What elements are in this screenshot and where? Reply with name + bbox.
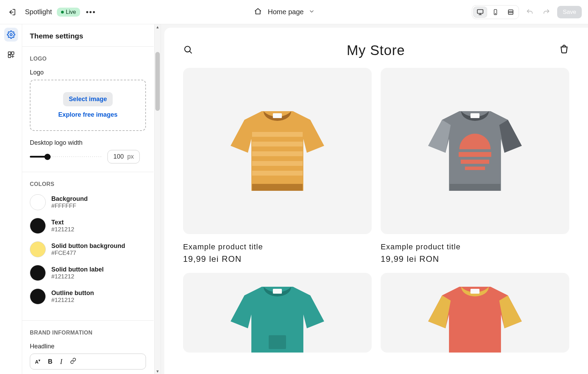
color-row[interactable]: Solid button label #121212: [30, 265, 146, 281]
color-hex: #FFFFFF: [51, 203, 88, 210]
svg-rect-10: [252, 132, 303, 137]
product-card[interactable]: [381, 273, 569, 353]
product-card[interactable]: [183, 273, 372, 353]
svg-rect-16: [470, 113, 479, 118]
svg-rect-3: [509, 10, 513, 14]
logo-field-label: Logo: [30, 69, 146, 76]
svg-rect-22: [470, 289, 479, 294]
product-image-placeholder: [381, 273, 569, 353]
section-heading-brand: BRAND INFORMATION: [30, 330, 146, 336]
svg-rect-7: [8, 55, 10, 57]
color-label: Solid button background: [51, 242, 125, 250]
mobile-view-button[interactable]: [488, 7, 502, 18]
exit-icon[interactable]: [6, 6, 18, 18]
svg-line-9: [190, 51, 191, 53]
link-icon[interactable]: [70, 358, 76, 365]
fullscreen-view-button[interactable]: [504, 7, 518, 18]
undo-button[interactable]: [524, 6, 536, 18]
color-hex: #FCE477: [51, 250, 125, 257]
svg-rect-19: [465, 167, 485, 170]
more-actions-button[interactable]: •••: [85, 6, 97, 18]
viewport-toggles: [472, 5, 519, 19]
product-image-placeholder: [381, 68, 569, 234]
svg-rect-0: [477, 9, 483, 13]
italic-icon[interactable]: I: [60, 358, 62, 366]
settings-panel: Theme settings LOGO Logo Select image Ex…: [22, 24, 161, 374]
explore-free-images-link[interactable]: Explore free images: [58, 111, 118, 118]
svg-rect-15: [273, 113, 282, 118]
color-row[interactable]: Text #121212: [30, 218, 146, 234]
ellipsis-icon: •••: [86, 8, 96, 17]
search-icon[interactable]: [183, 45, 193, 56]
side-rail: [0, 24, 22, 374]
color-row[interactable]: Solid button background #FCE477: [30, 241, 146, 257]
brand-section: BRAND INFORMATION Headline A▾ B I: [22, 320, 154, 374]
product-price: 19,99 lei RON: [381, 254, 569, 264]
scroll-up-icon[interactable]: ▲: [155, 25, 161, 29]
redo-button[interactable]: [541, 6, 552, 18]
panel-scrollbar[interactable]: ▲ ▼: [154, 24, 161, 374]
logo-dropzone[interactable]: Select image Explore free images: [30, 80, 146, 131]
color-label: Background: [51, 195, 88, 203]
color-label: Solid button label: [51, 266, 104, 273]
svg-rect-12: [252, 151, 303, 156]
section-heading-logo: LOGO: [30, 56, 146, 62]
headline-label: Headline: [30, 343, 146, 350]
color-swatch: [30, 265, 46, 281]
svg-point-4: [10, 34, 12, 36]
product-image-placeholder: [183, 68, 372, 234]
section-heading-colors: COLORS: [30, 181, 146, 187]
cart-icon[interactable]: [559, 44, 569, 56]
color-swatch: [30, 241, 46, 257]
product-card[interactable]: Example product title 19,99 lei RON: [381, 68, 569, 264]
tshirt-sun-icon: [421, 101, 529, 201]
color-label: Outline button: [51, 290, 94, 297]
desktop-view-button[interactable]: [473, 7, 487, 18]
svg-rect-20: [273, 289, 282, 294]
slider-knob-icon[interactable]: [44, 154, 51, 160]
svg-point-2: [495, 13, 496, 14]
theme-settings-tab[interactable]: [4, 28, 18, 42]
logo-width-slider[interactable]: [30, 155, 103, 159]
product-card[interactable]: Example product title 19,99 lei RON: [183, 68, 372, 264]
product-image-placeholder: [183, 273, 372, 353]
color-swatch: [30, 288, 46, 304]
theme-name: Spotlight: [25, 8, 52, 16]
save-button[interactable]: Save: [557, 6, 582, 18]
font-picker-icon[interactable]: A▾: [35, 358, 40, 365]
logo-section: LOGO Logo Select image Explore free imag…: [22, 47, 154, 172]
select-image-button[interactable]: Select image: [63, 92, 112, 106]
color-swatch: [30, 194, 46, 210]
product-price: 19,99 lei RON: [183, 254, 372, 264]
scroll-thumb[interactable]: [155, 52, 160, 111]
page-selector[interactable]: Home page: [254, 8, 315, 17]
logo-width-value: 100: [113, 153, 124, 160]
svg-rect-6: [11, 52, 14, 54]
color-swatch: [30, 218, 46, 234]
svg-rect-13: [252, 161, 303, 166]
live-badge: Live: [57, 8, 80, 17]
svg-rect-17: [459, 152, 491, 157]
color-row[interactable]: Background #FFFFFF: [30, 194, 146, 210]
headline-toolbar[interactable]: A▾ B I: [30, 354, 146, 369]
colors-section: COLORS Background #FFFFFF Text #121212 S…: [22, 172, 154, 320]
color-hex: #121212: [51, 273, 104, 280]
live-dot-icon: [61, 11, 64, 14]
color-hex: #121212: [51, 226, 74, 233]
live-label: Live: [66, 9, 76, 15]
logo-width-label: Desktop logo width: [30, 139, 146, 146]
svg-rect-5: [8, 52, 10, 54]
svg-rect-14: [252, 171, 303, 176]
page-title: Home page: [268, 8, 304, 16]
scroll-down-icon[interactable]: ▼: [155, 369, 161, 373]
color-row[interactable]: Outline button #121212: [30, 288, 146, 304]
svg-rect-11: [252, 142, 303, 146]
logo-width-input[interactable]: 100 px: [107, 150, 140, 163]
svg-rect-21: [269, 335, 286, 349]
app-embeds-tab[interactable]: [4, 48, 18, 62]
store-header: My Store: [183, 35, 569, 66]
bold-icon[interactable]: B: [48, 358, 52, 365]
color-hex: #121212: [51, 297, 94, 304]
home-icon: [254, 8, 262, 17]
preview-area: My Store: [161, 24, 588, 374]
